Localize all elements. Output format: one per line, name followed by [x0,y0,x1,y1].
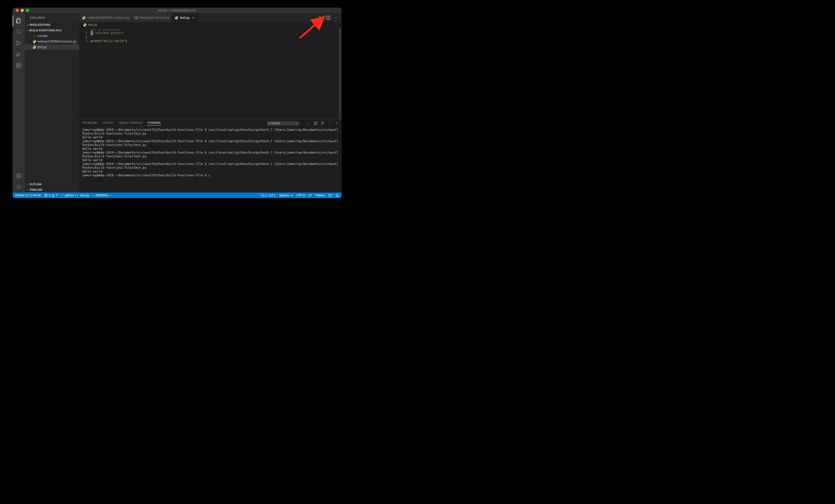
status-check-python[interactable]: ✓ python | [61,194,76,197]
line-number: 3 [79,39,87,43]
svg-point-13 [35,42,35,43]
tab-label: Keyboard Shortcuts [140,16,169,19]
close-tab-icon[interactable]: × [191,16,195,20]
tree-item-label: netbrainCMDB2Functions.py [38,40,76,43]
status-check-label: test.py [80,194,89,197]
svg-point-11 [18,186,19,188]
source-control-activity-icon[interactable] [13,37,25,48]
panel-tabs: PROBLEMS OUTPUT DEBUG CONSOLE TERMINAL 2… [79,119,342,127]
tree-item-label: test.py [38,45,46,49]
kill-terminal-icon[interactable] [321,121,324,125]
status-check-file[interactable]: ✓ test.py [77,194,89,197]
split-terminal-icon[interactable] [314,121,317,125]
svg-point-2 [17,44,18,45]
tab-test[interactable]: test.py × [172,13,198,22]
svg-point-17 [84,19,84,19]
timeline-label: TIMELINE [29,188,42,191]
more-actions-icon[interactable]: ⋯ [334,16,339,20]
file-tree: › .vscode netbrainCMDB2Functions.py test… [25,33,79,181]
tab-netbrain[interactable]: netbrainCMDB2Functions.py [79,13,132,22]
minimize-window-button[interactable] [21,9,24,12]
settings-activity-icon[interactable] [13,181,25,193]
explorer-activity-icon[interactable] [13,15,25,26]
panel-tab-problems[interactable]: PROBLEMS [82,121,98,125]
svg-point-3 [20,42,21,44]
keyboard-icon [135,16,139,20]
open-editors-label: OPEN EDITORS [29,23,50,26]
accounts-activity-icon[interactable] [13,170,25,181]
tree-file-test[interactable]: test.py [25,44,79,50]
close-panel-icon[interactable]: × [335,121,339,125]
python-file-icon [33,45,37,49]
project-section[interactable]: › BUILD-FUNCTIONS-FILE [25,27,79,33]
maximize-window-button[interactable] [26,9,29,12]
svg-point-16 [83,16,83,17]
titlebar: test.py — build-functions-file [13,7,342,13]
statusbar: Python 3.7.2 64-bit 0 0 ✓ python | ✓ tes… [13,193,342,198]
sidebar-more-icon[interactable]: ⋯ [72,16,75,19]
vscode-window: test.py — build-functions-file [13,7,342,198]
svg-rect-7 [19,65,21,67]
code-editor[interactable]: 1 2 3 Set as interpreter #!/bin/env pyth… [79,27,342,119]
minimap[interactable] [336,27,339,119]
python-file-icon [83,23,87,27]
run-debug-activity-icon[interactable] [13,48,25,60]
tree-file-netbrain[interactable]: netbrainCMDB2Functions.py [25,39,79,44]
python-file-icon [82,16,86,20]
split-editor-icon[interactable] [326,16,330,20]
svg-point-10 [18,175,19,176]
tab-keyboard-shortcuts[interactable]: Keyboard Shortcuts [132,13,172,22]
code-text: print [91,39,100,43]
panel-tab-terminal[interactable]: TERMINAL [147,121,161,125]
activity-bar [13,13,25,193]
tab-label: netbrainCMDB2Functions.py [87,16,129,19]
code-text: !/bin/env python3 [93,32,123,35]
svg-point-1 [17,41,18,42]
editor-area: netbrainCMDB2Functions.py Keyboard Short… [79,13,342,193]
sidebar-header: EXPLORER ⋯ [25,13,79,22]
status-encoding[interactable]: UTF-8 [296,194,305,197]
status-problems[interactable]: 0 0 [44,194,58,197]
close-window-button[interactable] [16,9,19,12]
editor-tabs: netbrainCMDB2Functions.py Keyboard Short… [79,13,342,22]
new-terminal-icon[interactable]: ＋ [307,121,310,125]
editor-actions: ⋯ [318,13,342,22]
status-eol[interactable]: LF [308,194,312,197]
search-activity-icon[interactable] [13,26,25,37]
terminal-select[interactable]: 2: Python ⌄ [267,121,299,125]
chevron-down-icon: › [26,28,29,32]
run-file-button[interactable] [318,16,322,20]
project-label: BUILD-FUNCTIONS-FILE [29,29,62,32]
status-feedback-icon[interactable] [328,194,332,197]
breadcrumb[interactable]: test.py [79,22,342,27]
open-editors-section[interactable]: › OPEN EDITORS [25,22,79,27]
traffic-lights [13,9,29,12]
extensions-activity-icon[interactable] [13,60,25,71]
svg-point-12 [34,40,34,40]
tree-folder-vscode[interactable]: › .vscode [25,33,79,39]
svg-point-20 [177,19,177,19]
svg-point-23 [85,26,85,26]
timeline-section[interactable]: › TIMELINE [25,187,79,193]
code-text: "hello world" [102,39,125,43]
panel-tab-output[interactable]: OUTPUT [102,121,114,125]
terminal-output[interactable]: jemurray@mbp-2019:~/Documents/src/wustlP… [79,127,342,193]
codelens-hint[interactable]: Set as interpreter [91,28,121,32]
status-spaces[interactable]: Spaces: 4 [279,194,292,197]
status-bell-icon[interactable] [335,194,339,197]
chevron-down-icon: ⌄ [295,122,298,125]
editor-scrollbar[interactable] [339,27,342,119]
svg-point-19 [176,16,176,17]
maximize-panel-icon[interactable]: ⌃ [328,121,331,125]
svg-point-15 [35,48,35,48]
status-ln-col[interactable]: Ln 1, Col 1 [261,194,276,197]
bottom-panel: PROBLEMS OUTPUT DEBUG CONSOLE TERMINAL 2… [79,119,342,193]
outline-section[interactable]: › OUTLINE [25,181,79,187]
code-content[interactable]: Set as interpreter #!/bin/env python3 pr… [91,27,336,119]
panel-tab-debug[interactable]: DEBUG CONSOLE [118,121,142,125]
status-language[interactable]: Python [315,194,325,197]
status-python-interpreter[interactable]: Python 3.7.2 64-bit [15,194,41,197]
tree-item-label: .vscode [37,34,47,38]
terminal-select-label: 2: Python [268,122,280,125]
chevron-right-icon: › [26,183,29,186]
